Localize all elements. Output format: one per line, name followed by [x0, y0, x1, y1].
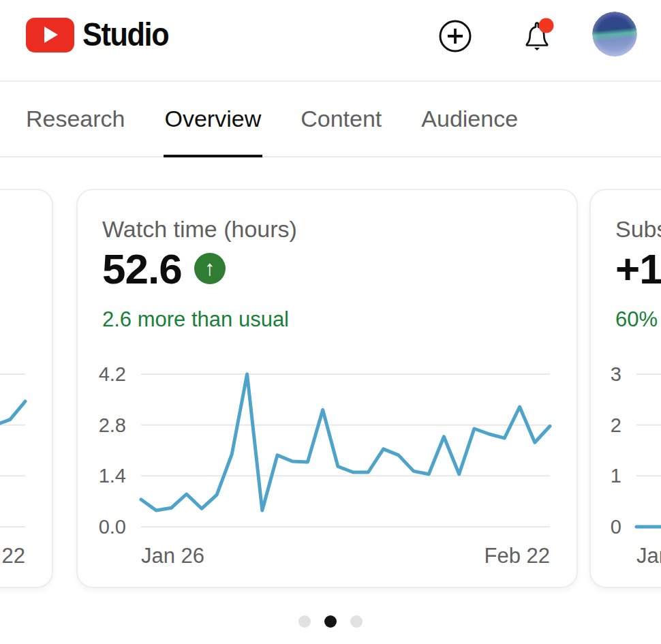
svg-text:3: 3	[611, 363, 621, 385]
metric-value: +16	[615, 245, 661, 292]
analytics-tab-bar: Research Overview Content Audience	[0, 82, 661, 157]
carousel-dot-0[interactable]	[298, 615, 311, 628]
subscribers-chart: 3210Jan 26	[591, 361, 661, 579]
notifications-button[interactable]	[518, 18, 556, 56]
plus-in-circle-icon	[438, 19, 472, 53]
tab-audience[interactable]: Audience	[421, 82, 518, 156]
trend-up-icon: ↑	[194, 253, 226, 284]
svg-text:0.0: 0.0	[99, 516, 126, 538]
metric-value-text: +16	[615, 245, 661, 293]
tab-research[interactable]: Research	[26, 82, 125, 156]
metric-card-watch-time[interactable]: Watch time (hours) 52.6 ↑ 2.6 more than …	[76, 189, 578, 588]
watch-time-chart: 4.22.81.40.0Jan 26Feb 22	[78, 361, 579, 579]
play-icon	[44, 27, 58, 43]
metric-value: 52.6 ↑	[102, 245, 226, 292]
partial-left-chart: Feb 22	[0, 361, 55, 579]
metric-card-subscribers[interactable]: Subscribers +16 60% more than usual 3210…	[589, 189, 661, 588]
carousel-dot-2[interactable]	[350, 615, 363, 628]
delta-text: 60% more than usual	[615, 307, 661, 332]
account-avatar-button[interactable]	[592, 12, 637, 57]
create-button[interactable]	[438, 19, 472, 53]
svg-text:1: 1	[611, 465, 621, 487]
youtube-logo[interactable]	[26, 18, 74, 52]
carousel-dot-1[interactable]	[324, 615, 337, 628]
avatar	[592, 12, 637, 57]
svg-text:1.4: 1.4	[99, 465, 126, 487]
card-title: Subscribers	[615, 216, 661, 243]
tab-overview[interactable]: Overview	[165, 82, 262, 156]
svg-text:0: 0	[611, 516, 621, 538]
carousel-page-indicator	[0, 615, 661, 628]
tab-content[interactable]: Content	[301, 82, 382, 156]
bell-clapper	[534, 48, 540, 50]
svg-text:Jan 26: Jan 26	[636, 544, 661, 568]
delta-text: 2.6 more than usual	[102, 307, 289, 332]
notification-badge	[539, 18, 554, 33]
svg-text:4.2: 4.2	[99, 363, 126, 385]
metric-card-partial-left[interactable]: Feb 22	[0, 189, 53, 588]
svg-text:Jan 26: Jan 26	[141, 544, 204, 568]
studio-wordmark: Studio	[82, 14, 168, 56]
metric-value-text: 52.6	[102, 245, 182, 293]
svg-text:Feb 22: Feb 22	[0, 544, 25, 568]
card-title: Watch time (hours)	[102, 216, 297, 243]
bell-icon	[518, 18, 556, 56]
app-header: Studio	[0, 0, 661, 82]
svg-text:Feb 22: Feb 22	[484, 544, 550, 568]
svg-text:2.8: 2.8	[99, 414, 126, 436]
svg-text:2: 2	[611, 414, 621, 436]
